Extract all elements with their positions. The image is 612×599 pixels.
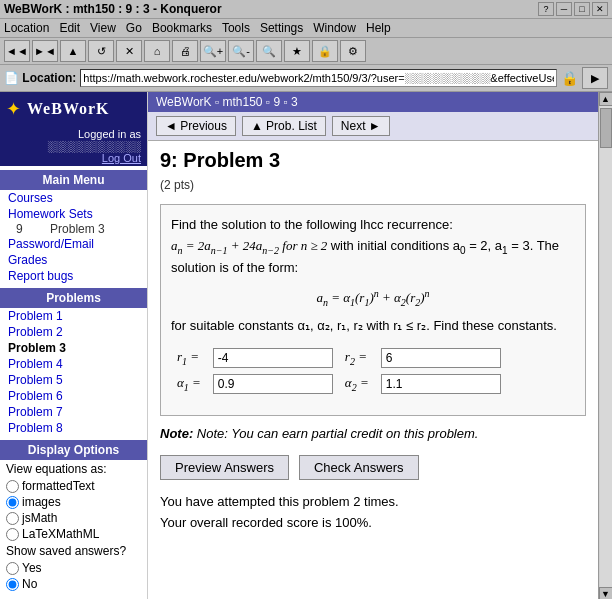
sidebar: ✦ WeBWorK Logged in as ░░░░░░░░░░░░ Log … bbox=[0, 92, 148, 599]
radio-latexmathml[interactable]: LaTeXMathML bbox=[0, 526, 147, 542]
search-button[interactable]: 🔍 bbox=[256, 40, 282, 62]
toolbar: ◄◄ ►◄ ▲ ↺ ✕ ⌂ 🖨 🔍+ 🔍- 🔍 ★ 🔒 ⚙ bbox=[0, 38, 612, 65]
browser-titlebar: WeBWorK : mth150 : 9 : 3 - Konqueror ? ─… bbox=[0, 0, 612, 19]
main-area: ✦ WeBWorK Logged in as ░░░░░░░░░░░░ Log … bbox=[0, 92, 612, 599]
menu-settings[interactable]: Settings bbox=[260, 21, 303, 35]
alpha2-input-cell[interactable] bbox=[375, 371, 507, 397]
formatted-text-label: formattedText bbox=[22, 479, 95, 493]
constants-text: for suitable constants α₁, α₂, r₁, r₂ wi… bbox=[171, 318, 557, 333]
preview-answers-button[interactable]: Preview Answers bbox=[160, 455, 289, 480]
formatted-text-radio[interactable] bbox=[6, 480, 19, 493]
scroll-up-button[interactable]: ▲ bbox=[599, 92, 613, 106]
window-controls[interactable]: ? ─ □ ✕ bbox=[538, 2, 608, 16]
sidebar-problem-2[interactable]: Problem 2 bbox=[0, 324, 147, 340]
sidebar-item-password-email[interactable]: Password/Email bbox=[0, 236, 147, 252]
zoom-in-button[interactable]: 🔍+ bbox=[200, 40, 226, 62]
logged-in-label: Logged in as bbox=[78, 128, 141, 140]
scroll-down-button[interactable]: ▼ bbox=[599, 587, 613, 599]
menu-window[interactable]: Window bbox=[313, 21, 356, 35]
images-radio[interactable] bbox=[6, 496, 19, 509]
location-input[interactable] bbox=[80, 69, 557, 87]
home-button[interactable]: ⌂ bbox=[144, 40, 170, 62]
menu-help[interactable]: Help bbox=[366, 21, 391, 35]
nav-bar: ◄ Previous ▲ Prob. List Next ► bbox=[148, 112, 598, 141]
r1-input-cell[interactable] bbox=[207, 345, 339, 371]
scroll-track[interactable] bbox=[600, 106, 612, 587]
scroll-thumb[interactable] bbox=[600, 108, 612, 148]
attempt-info: You have attempted this problem 2 times.… bbox=[148, 488, 598, 538]
reload-button[interactable]: ↺ bbox=[88, 40, 114, 62]
menu-go[interactable]: Go bbox=[126, 21, 142, 35]
menu-tools[interactable]: Tools bbox=[222, 21, 250, 35]
r2-input-cell[interactable] bbox=[375, 345, 507, 371]
content-header: WeBWorK ▫ mth150 ▫ 9 ▫ 3 bbox=[148, 92, 598, 112]
scrollbar[interactable]: ▲ ▼ bbox=[598, 92, 612, 599]
radio-jsmath[interactable]: jsMath bbox=[0, 510, 147, 526]
sidebar-problem-3[interactable]: Problem 3 bbox=[0, 340, 147, 356]
sidebar-problem-5[interactable]: Problem 5 bbox=[0, 372, 147, 388]
no-radio[interactable] bbox=[6, 578, 19, 591]
alpha2-label: α2 = bbox=[339, 371, 375, 397]
go-button[interactable]: ▶ bbox=[582, 67, 608, 89]
sidebar-item-9: 9 bbox=[0, 222, 23, 236]
r2-input[interactable] bbox=[381, 348, 501, 368]
security-button[interactable]: 🔒 bbox=[312, 40, 338, 62]
up-button[interactable]: ▲ bbox=[60, 40, 86, 62]
sidebar-problem-6[interactable]: Problem 6 bbox=[0, 388, 147, 404]
radio-no[interactable]: No bbox=[0, 576, 147, 592]
score-text: Your overall recorded score is 100%. bbox=[160, 513, 586, 534]
sidebar-item-report-bugs[interactable]: Report bugs bbox=[0, 268, 147, 284]
r1-label: r1 = bbox=[171, 345, 207, 371]
sidebar-problem-8[interactable]: Problem 8 bbox=[0, 420, 147, 436]
sidebar-item-homework-sets[interactable]: Homework Sets bbox=[0, 206, 147, 222]
images-label: images bbox=[22, 495, 61, 509]
previous-button[interactable]: ◄ Previous bbox=[156, 116, 236, 136]
input-table: r1 = r2 = α1 = bbox=[171, 345, 507, 397]
sidebar-problem-1[interactable]: Problem 1 bbox=[0, 308, 147, 324]
prob-list-button[interactable]: ▲ Prob. List bbox=[242, 116, 326, 136]
radio-formatted-text[interactable]: formattedText bbox=[0, 478, 147, 494]
radio-yes[interactable]: Yes bbox=[0, 560, 147, 576]
menu-view[interactable]: View bbox=[90, 21, 116, 35]
buttons-row: Preview Answers Check Answers bbox=[148, 447, 598, 488]
stop-button[interactable]: ✕ bbox=[116, 40, 142, 62]
sidebar-problem-4[interactable]: Problem 4 bbox=[0, 356, 147, 372]
alpha1-input-cell[interactable] bbox=[207, 371, 339, 397]
next-button[interactable]: Next ► bbox=[332, 116, 390, 136]
ssl-lock-icon: 🔒 bbox=[561, 70, 578, 86]
bookmark-button[interactable]: ★ bbox=[284, 40, 310, 62]
r1-input[interactable] bbox=[213, 348, 333, 368]
radio-images[interactable]: images bbox=[0, 494, 147, 510]
minimize-button[interactable]: ─ bbox=[556, 2, 572, 16]
logged-in-section: Logged in as ░░░░░░░░░░░░ Log Out bbox=[0, 126, 147, 166]
show-saved-label: Show saved answers? bbox=[0, 542, 147, 560]
print-button[interactable]: 🖨 bbox=[172, 40, 198, 62]
forward-button[interactable]: ►◄ bbox=[32, 40, 58, 62]
close-button[interactable]: ✕ bbox=[592, 2, 608, 16]
webwork-logo: ✦ WeBWorK bbox=[0, 92, 147, 126]
zoom-out-button[interactable]: 🔍- bbox=[228, 40, 254, 62]
yes-label: Yes bbox=[22, 561, 42, 575]
solution-formula: an = α1(r1)n + α2(r2)n bbox=[316, 290, 429, 305]
yes-radio[interactable] bbox=[6, 562, 19, 575]
latexmathml-radio[interactable] bbox=[6, 528, 19, 541]
problems-section-title: Problems bbox=[0, 288, 147, 308]
logout-link[interactable]: Log Out bbox=[102, 152, 141, 164]
back-button[interactable]: ◄◄ bbox=[4, 40, 30, 62]
view-equations-label: View equations as: bbox=[0, 460, 147, 478]
settings-toolbar-button[interactable]: ⚙ bbox=[340, 40, 366, 62]
help-button[interactable]: ? bbox=[538, 2, 554, 16]
jsmath-radio[interactable] bbox=[6, 512, 19, 525]
menu-edit[interactable]: Edit bbox=[59, 21, 80, 35]
menu-location[interactable]: Location bbox=[4, 21, 49, 35]
sidebar-problem-7[interactable]: Problem 7 bbox=[0, 404, 147, 420]
alpha2-input[interactable] bbox=[381, 374, 501, 394]
check-answers-button[interactable]: Check Answers bbox=[299, 455, 419, 480]
sidebar-item-grades[interactable]: Grades bbox=[0, 252, 147, 268]
location-label: 📄 Location: bbox=[4, 71, 76, 85]
menu-bookmarks[interactable]: Bookmarks bbox=[152, 21, 212, 35]
sidebar-item-courses[interactable]: Courses bbox=[0, 190, 147, 206]
maximize-button[interactable]: □ bbox=[574, 2, 590, 16]
alpha1-input[interactable] bbox=[213, 374, 333, 394]
note-section: Note: Note: You can earn partial credit … bbox=[148, 420, 598, 447]
